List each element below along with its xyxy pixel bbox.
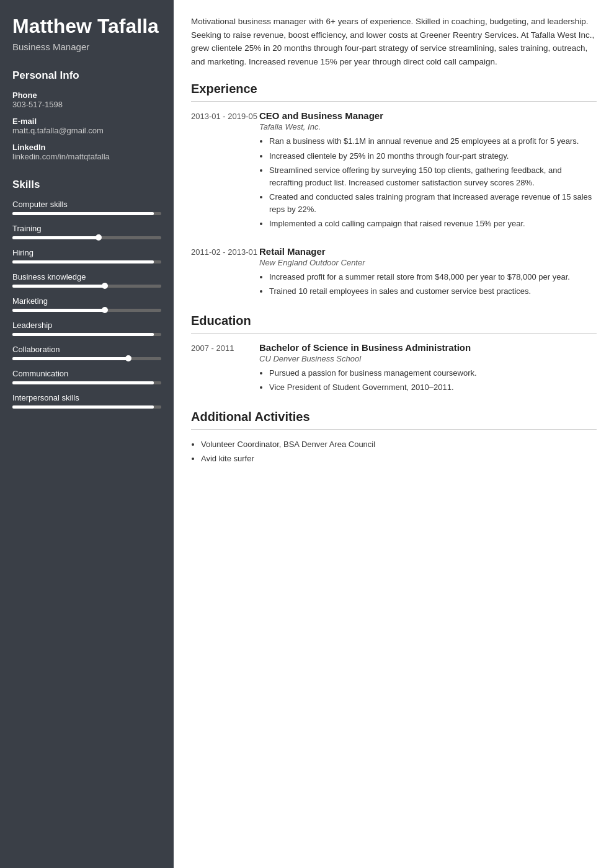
edu-degree: Bachelor of Science in Business Administ… (259, 342, 597, 353)
skill-item: Training (12, 224, 161, 239)
main-content: Motivational business manager with 6+ ye… (174, 0, 614, 868)
experience-section: Experience 2013-01 - 2019-05CEO and Busi… (191, 82, 597, 300)
list-item: Ran a business with $1.1M in annual reve… (269, 135, 597, 148)
experience-item: 2013-01 - 2019-05CEO and Business Manage… (191, 110, 597, 232)
skill-bar-bg (12, 212, 161, 215)
exp-bullets: Increased profit for a summer retail sto… (259, 271, 597, 298)
skill-bar-bg (12, 357, 161, 360)
exp-dates: 2011-02 - 2013-01 (191, 246, 259, 300)
experience-list: 2013-01 - 2019-05CEO and Business Manage… (191, 110, 597, 300)
linkedin-label: LinkedIn (12, 143, 161, 152)
list-item: Streamlined service offering by surveyin… (269, 164, 597, 188)
list-item: Avid kite surfer (201, 453, 597, 465)
exp-details: CEO and Business ManagerTafalla West, In… (259, 110, 597, 232)
education-section: Education 2007 - 2011Bachelor of Science… (191, 314, 597, 396)
skill-name: Collaboration (12, 345, 161, 354)
education-item: 2007 - 2011Bachelor of Science in Busine… (191, 342, 597, 396)
skill-bar-bg (12, 285, 161, 288)
skill-item: Computer skills (12, 200, 161, 215)
skill-bar-fill (12, 236, 99, 239)
email-value: matt.q.tafalla@gmail.com (12, 126, 161, 135)
edu-bullets: Pursued a passion for business managemen… (259, 367, 597, 394)
skill-bar-bg (12, 333, 161, 336)
skill-item: Collaboration (12, 345, 161, 360)
list-item: Increased clientele by 25% in 20 months … (269, 150, 597, 162)
skill-name: Training (12, 224, 161, 233)
phone-info: Phone 303-517-1598 (12, 91, 161, 109)
skill-name: Communication (12, 369, 161, 378)
education-list: 2007 - 2011Bachelor of Science in Busine… (191, 342, 597, 396)
personal-info-heading: Personal Info (12, 69, 161, 82)
skill-name: Hiring (12, 248, 161, 257)
skill-name: Computer skills (12, 200, 161, 209)
experience-heading: Experience (191, 82, 597, 96)
skill-item: Leadership (12, 321, 161, 336)
skill-name: Business knowledge (12, 272, 161, 281)
exp-job-title: CEO and Business Manager (259, 110, 597, 121)
skill-bar-fill (12, 333, 154, 336)
list-item: Increased profit for a summer retail sto… (269, 271, 597, 283)
skill-item: Interpersonal skills (12, 393, 161, 409)
exp-job-title: Retail Manager (259, 246, 597, 257)
skill-bar-bg (12, 236, 161, 239)
experience-item: 2011-02 - 2013-01Retail ManagerNew Engla… (191, 246, 597, 300)
edu-details: Bachelor of Science in Business Administ… (259, 342, 597, 396)
skills-heading: Skills (12, 179, 161, 191)
additional-list: Volunteer Coordinator, BSA Denver Area C… (191, 438, 597, 465)
additional-divider (191, 429, 597, 430)
skill-bar-bg (12, 309, 161, 312)
skill-item: Business knowledge (12, 272, 161, 288)
edu-dates: 2007 - 2011 (191, 342, 259, 396)
summary-text: Motivational business manager with 6+ ye… (191, 15, 597, 68)
exp-company: New England Outdoor Center (259, 258, 597, 267)
skill-bar-fill (12, 212, 154, 215)
skill-bar-bg (12, 405, 161, 409)
exp-bullets: Ran a business with $1.1M in annual reve… (259, 135, 597, 230)
skill-bar-fill (12, 260, 154, 264)
phone-label: Phone (12, 91, 161, 100)
personal-info-section: Personal Info Phone 303-517-1598 E-mail … (12, 69, 161, 161)
exp-details: Retail ManagerNew England Outdoor Center… (259, 246, 597, 300)
additional-section: Additional Activities Volunteer Coordina… (191, 410, 597, 465)
exp-dates: 2013-01 - 2019-05 (191, 110, 259, 232)
skill-name: Marketing (12, 296, 161, 306)
skills-section: Skills Computer skillsTrainingHiringBusi… (12, 179, 161, 409)
education-heading: Education (191, 314, 597, 328)
list-item: Vice President of Student Government, 20… (269, 381, 597, 394)
skill-item: Hiring (12, 248, 161, 264)
skill-name: Interpersonal skills (12, 393, 161, 402)
skill-bar-dot (125, 355, 131, 361)
skill-bar-fill (12, 357, 128, 360)
linkedin-info: LinkedIn linkedin.com/in/mattqtafalla (12, 143, 161, 161)
exp-company: Tafalla West, Inc. (259, 122, 597, 131)
skill-bar-bg (12, 381, 161, 384)
skill-name: Leadership (12, 321, 161, 330)
skill-bar-dot (102, 283, 108, 289)
edu-school: CU Denver Business School (259, 354, 597, 363)
additional-heading: Additional Activities (191, 410, 597, 424)
education-divider (191, 333, 597, 334)
skill-bar-bg (12, 260, 161, 264)
skills-list: Computer skillsTrainingHiringBusiness kn… (12, 200, 161, 409)
skill-item: Communication (12, 369, 161, 384)
skill-bar-fill (12, 405, 154, 409)
skill-bar-fill (12, 381, 154, 384)
candidate-title: Business Manager (12, 42, 161, 52)
candidate-name: Matthew Tafalla (12, 15, 161, 38)
skill-item: Marketing (12, 296, 161, 312)
linkedin-value: linkedin.com/in/mattqtafalla (12, 152, 161, 161)
list-item: Implemented a cold calling campaign that… (269, 218, 597, 230)
phone-value: 303-517-1598 (12, 100, 161, 109)
sidebar: Matthew Tafalla Business Manager Persona… (0, 0, 174, 868)
skill-bar-dot (102, 307, 108, 313)
skill-bar-fill (12, 309, 105, 312)
list-item: Pursued a passion for business managemen… (269, 367, 597, 379)
skill-bar-fill (12, 285, 105, 288)
experience-divider (191, 101, 597, 102)
skill-bar-dot (96, 234, 102, 241)
list-item: Volunteer Coordinator, BSA Denver Area C… (201, 438, 597, 451)
email-info: E-mail matt.q.tafalla@gmail.com (12, 117, 161, 135)
list-item: Trained 10 retail employees in sales and… (269, 285, 597, 298)
email-label: E-mail (12, 117, 161, 126)
list-item: Created and conducted sales training pro… (269, 191, 597, 215)
